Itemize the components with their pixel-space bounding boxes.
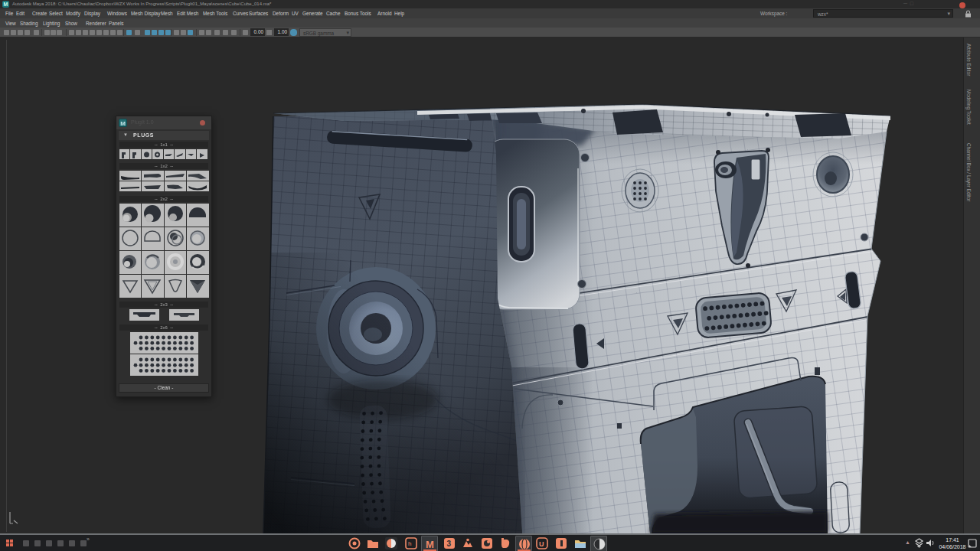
svg-text:h: h	[408, 540, 411, 547]
svg-text:3: 3	[446, 540, 451, 548]
svg-text:M: M	[426, 539, 434, 550]
svg-text:U: U	[539, 540, 544, 548]
